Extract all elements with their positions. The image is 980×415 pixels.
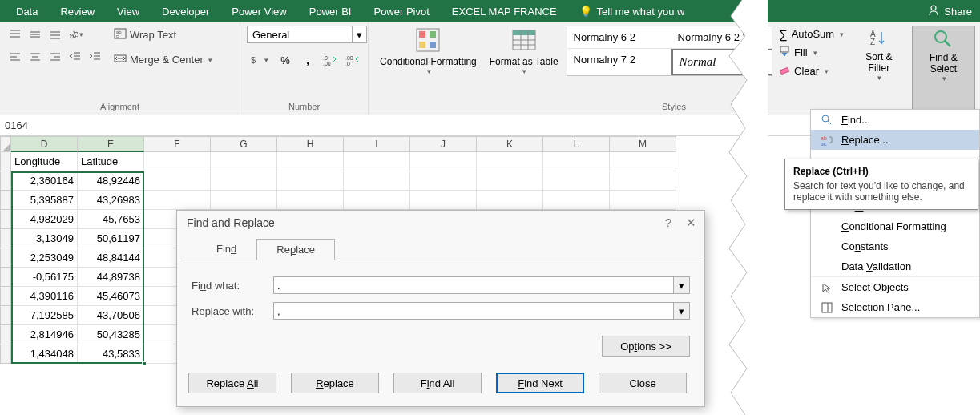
column-header-I[interactable]: I bbox=[344, 136, 410, 152]
cell[interactable] bbox=[144, 191, 211, 210]
replace-with-input[interactable] bbox=[273, 302, 674, 320]
dialog-tab-replace[interactable]: Replace bbox=[256, 239, 335, 260]
comma-icon[interactable]: , bbox=[299, 51, 317, 69]
tab-review[interactable]: Review bbox=[49, 0, 106, 22]
cell[interactable] bbox=[477, 152, 543, 171]
column-header-F[interactable]: F bbox=[144, 136, 211, 152]
cell[interactable] bbox=[344, 152, 410, 171]
cell[interactable] bbox=[277, 191, 344, 210]
menu-selection-pane[interactable]: Selection Pane... bbox=[811, 297, 979, 317]
cell[interactable]: 43,5833 bbox=[78, 344, 144, 364]
cell[interactable]: 48,92446 bbox=[78, 171, 144, 191]
tab-view[interactable]: View bbox=[106, 0, 151, 22]
decrease-indent-icon[interactable] bbox=[67, 48, 84, 66]
replace-all-button[interactable]: Replace All bbox=[188, 373, 276, 393]
close-button[interactable]: Close bbox=[599, 373, 687, 393]
find-history-dropdown[interactable]: ▾ bbox=[674, 276, 690, 294]
row-header[interactable] bbox=[0, 325, 11, 344]
style-normalny622[interactable]: Normalny 6 2 2 bbox=[671, 26, 776, 49]
style-normalny72[interactable]: Normalny 7 2 bbox=[567, 49, 671, 75]
tab-powerpivot[interactable]: Power Pivot bbox=[362, 0, 440, 22]
cell[interactable] bbox=[211, 152, 277, 171]
cell[interactable] bbox=[144, 152, 211, 171]
column-header-E[interactable]: E bbox=[78, 136, 144, 152]
cell[interactable] bbox=[543, 152, 610, 171]
number-format-select[interactable]: General ▾ bbox=[247, 26, 367, 43]
align-bottom-icon[interactable] bbox=[46, 26, 64, 43]
cell[interactable]: 50,43285 bbox=[78, 325, 144, 344]
autosum-button[interactable]: ∑AutoSum▾ bbox=[776, 26, 846, 42]
cell[interactable]: 1,434048 bbox=[11, 344, 78, 364]
row-header[interactable] bbox=[0, 152, 11, 171]
column-header-D[interactable]: D bbox=[11, 136, 78, 152]
align-middle-icon[interactable] bbox=[26, 26, 44, 43]
cell[interactable]: 44,89738 bbox=[78, 268, 144, 287]
tab-powerbi[interactable]: Power BI bbox=[298, 0, 363, 22]
menu-data-validation[interactable]: Data Validation bbox=[811, 256, 979, 276]
sort-filter-button[interactable]: AZ Sort & Filter▾ bbox=[851, 26, 907, 111]
find-what-input[interactable] bbox=[273, 276, 674, 294]
tab-data[interactable]: Data bbox=[5, 0, 49, 22]
cell[interactable] bbox=[610, 191, 676, 210]
align-top-icon[interactable] bbox=[6, 26, 24, 43]
replace-history-dropdown[interactable]: ▾ bbox=[674, 302, 690, 320]
cell[interactable]: 4,982029 bbox=[11, 210, 78, 229]
merge-center-button[interactable]: Merge & Center ▾ bbox=[111, 50, 216, 69]
tab-excelmap[interactable]: EXCEL MAP FRANCE bbox=[441, 0, 568, 22]
tab-powerview[interactable]: Power View bbox=[220, 0, 297, 22]
find-select-button[interactable]: Find & Select▾ bbox=[912, 26, 975, 111]
cell[interactable]: 2,360164 bbox=[11, 171, 78, 191]
tab-developer[interactable]: Developer bbox=[151, 0, 220, 22]
row-header[interactable] bbox=[0, 268, 11, 287]
column-header-J[interactable]: J bbox=[410, 136, 477, 152]
orientation-icon[interactable]: ab▾ bbox=[67, 26, 84, 43]
cell[interactable] bbox=[344, 171, 410, 191]
cell[interactable] bbox=[410, 152, 477, 171]
menu-select-objects[interactable]: Select Objects bbox=[811, 277, 979, 297]
clear-button[interactable]: Clear▾ bbox=[776, 62, 846, 79]
menu-cond-formatting[interactable]: Conditional Formatting bbox=[811, 216, 979, 236]
cell[interactable] bbox=[477, 171, 543, 191]
select-all-corner[interactable] bbox=[0, 136, 11, 152]
fill-button[interactable]: Fill▾ bbox=[776, 44, 846, 61]
increase-indent-icon[interactable] bbox=[87, 48, 104, 66]
cell[interactable]: 2,814946 bbox=[11, 325, 78, 344]
style-normal[interactable]: Normal bbox=[671, 49, 776, 75]
cell[interactable]: 43,26983 bbox=[78, 191, 144, 210]
close-icon[interactable]: ✕ bbox=[686, 216, 696, 230]
cell[interactable] bbox=[543, 191, 610, 210]
cell[interactable]: 4,390116 bbox=[11, 287, 78, 306]
cell[interactable] bbox=[477, 191, 543, 210]
style-normalny62[interactable]: Normalny 6 2 bbox=[567, 26, 671, 49]
cell[interactable]: Longitude bbox=[11, 152, 78, 171]
column-header-K[interactable]: K bbox=[477, 136, 543, 152]
cell[interactable] bbox=[543, 171, 610, 191]
cell[interactable] bbox=[410, 171, 477, 191]
cell[interactable] bbox=[344, 191, 410, 210]
row-header[interactable] bbox=[0, 248, 11, 268]
row-header[interactable] bbox=[0, 191, 11, 210]
options-button[interactable]: Options >> bbox=[602, 336, 690, 357]
cell[interactable] bbox=[211, 171, 277, 191]
cell[interactable] bbox=[277, 171, 344, 191]
find-all-button[interactable]: Find All bbox=[393, 373, 482, 393]
row-header[interactable] bbox=[0, 306, 11, 325]
cell[interactable]: -0,56175 bbox=[11, 268, 78, 287]
align-left-icon[interactable] bbox=[6, 48, 24, 66]
find-next-button[interactable]: Find Next bbox=[496, 373, 584, 393]
cell[interactable]: 50,61197 bbox=[78, 229, 144, 248]
cell[interactable]: 7,192585 bbox=[11, 306, 78, 325]
row-header[interactable] bbox=[0, 344, 11, 364]
row-header[interactable] bbox=[0, 287, 11, 306]
cell[interactable]: 45,7653 bbox=[78, 210, 144, 229]
column-header-M[interactable]: M bbox=[610, 136, 676, 152]
align-right-icon[interactable] bbox=[46, 48, 64, 66]
cell[interactable] bbox=[211, 191, 277, 210]
menu-find[interactable]: Find... bbox=[811, 110, 979, 130]
menu-constants[interactable]: Constants bbox=[811, 236, 979, 256]
cell[interactable] bbox=[610, 171, 676, 191]
cell[interactable] bbox=[410, 191, 477, 210]
cell[interactable] bbox=[610, 152, 676, 171]
cell[interactable]: 3,13049 bbox=[11, 229, 78, 248]
row-header[interactable] bbox=[0, 171, 11, 191]
